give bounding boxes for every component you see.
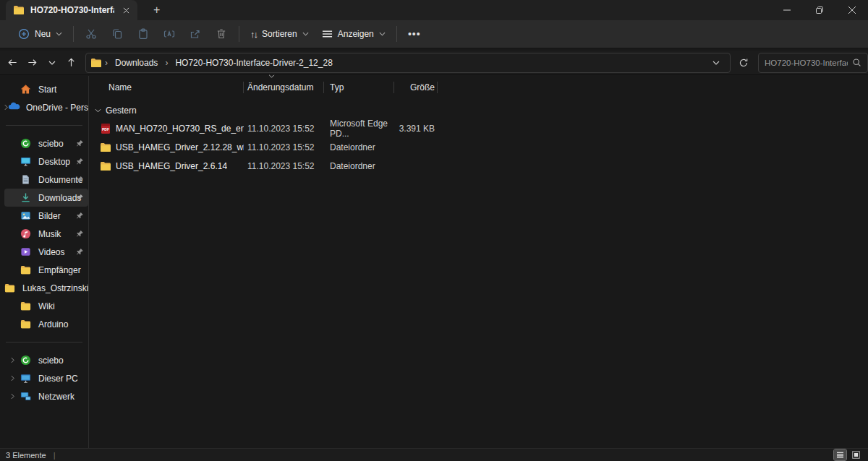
sciebo-icon: [20, 355, 32, 366]
sidebar-item-start[interactable]: Start: [4, 80, 88, 98]
toolbar-separator: [396, 26, 397, 42]
music-icon: [20, 228, 32, 240]
up-button[interactable]: [61, 53, 81, 72]
sortieren-label: Sortieren: [262, 29, 297, 39]
sidebar-item-dieser-pc[interactable]: Dieser PC: [4, 369, 88, 387]
tab-close-icon[interactable]: [120, 4, 132, 16]
sidebar-item-arduino[interactable]: Arduino: [4, 315, 88, 333]
status-separator: |: [54, 451, 56, 460]
trash-icon: [216, 28, 227, 40]
thumbnails-view-button[interactable]: [850, 449, 862, 460]
anzeigen-button[interactable]: Anzeigen: [315, 22, 392, 46]
file-type: Microsoft Edge PD...: [324, 119, 394, 139]
recent-locations-button[interactable]: [42, 53, 61, 72]
paste-button[interactable]: [130, 22, 156, 46]
view-lines-icon: [322, 30, 333, 38]
file-date: 11.10.2023 15:52: [244, 124, 324, 134]
sidebar-item-musik[interactable]: Musik: [4, 225, 88, 243]
chevron-right-icon: [4, 375, 20, 382]
folder-icon: [100, 160, 111, 172]
folder-icon: [100, 142, 111, 153]
file-date: 11.10.2023 15:52: [244, 161, 324, 171]
explorer-tab[interactable]: HO720-HO730-Interface-Driv: [6, 0, 137, 20]
sidebar-item-downloads[interactable]: Downloads: [4, 189, 88, 207]
column-header-size[interactable]: Größe: [394, 79, 438, 96]
delete-button[interactable]: [208, 22, 234, 46]
file-row[interactable]: USB_HAMEG_Driver_2.6.14 11.10.2023 15:52…: [89, 157, 868, 175]
close-button[interactable]: [835, 0, 868, 20]
desktop-icon: [20, 156, 32, 168]
minimize-button[interactable]: [770, 0, 803, 20]
search-input[interactable]: HO720-HO730-Interface-Dri...: [765, 59, 848, 67]
anzeigen-label: Anzeigen: [338, 29, 374, 39]
scissors-icon: [85, 28, 97, 40]
breadcrumb-separator: ›: [163, 58, 169, 68]
copy-button[interactable]: [104, 22, 130, 46]
column-header-date[interactable]: Änderungsdatum: [244, 79, 324, 96]
back-button[interactable]: [3, 53, 22, 72]
sidebar-label: OneDrive - Persona: [26, 103, 89, 113]
restore-button[interactable]: [803, 0, 835, 20]
sidebar-item-bilder[interactable]: Bilder: [4, 207, 88, 225]
chevron-right-icon: [4, 393, 20, 400]
sidebar-item-dokumente[interactable]: Dokumente: [4, 171, 88, 189]
sidebar-item-wiki[interactable]: Wiki: [4, 297, 88, 315]
network-icon: [20, 391, 32, 402]
column-header-type[interactable]: Typ: [324, 79, 394, 96]
group-header-gestern[interactable]: Gestern: [89, 102, 868, 119]
sidebar-label: Dieser PC: [38, 374, 78, 384]
rename-button[interactable]: [156, 22, 182, 46]
sidebar: Start OneDrive - Persona sciebo: [0, 76, 89, 448]
cut-button[interactable]: [78, 22, 104, 46]
file-name: MAN_HO720_HO730_RS_de_en_v003_201...: [116, 124, 244, 134]
file-row[interactable]: USB_HAMEG_Driver_2.12.28_win10 11.10.202…: [89, 138, 868, 156]
breadcrumb-current-folder[interactable]: HO720-HO730-Interface-Driver-2_12_28: [171, 56, 336, 70]
chevron-down-icon: [302, 32, 309, 36]
sidebar-label: Start: [38, 85, 56, 95]
new-tab-button[interactable]: +: [149, 0, 164, 20]
sidebar-item-sciebo[interactable]: sciebo: [4, 351, 88, 369]
folder-icon: [13, 4, 25, 16]
share-button[interactable]: [182, 22, 208, 46]
more-options-button[interactable]: •••: [401, 22, 427, 46]
copy-icon: [111, 28, 123, 40]
column-headers: Name Änderungsdatum Typ Größe: [89, 79, 868, 96]
file-size: 3.391 KB: [394, 124, 438, 134]
sidebar-item-lukas-ostrzinski[interactable]: Lukas_Ostrzinski: [4, 279, 88, 297]
breadcrumb-separator: ›: [103, 58, 109, 68]
search-icon: [852, 58, 861, 67]
neu-label: Neu: [35, 29, 51, 39]
address-dropdown-chevron[interactable]: [706, 53, 726, 72]
pin-icon: [76, 139, 84, 147]
sidebar-item-desktop[interactable]: Desktop: [4, 152, 88, 171]
sidebar-label: Wiki: [38, 301, 55, 311]
sidebar-item-sciebo-pinned[interactable]: sciebo: [4, 134, 88, 152]
folder-icon: [4, 283, 16, 294]
sidebar-label: Musik: [38, 229, 61, 239]
file-name: USB_HAMEG_Driver_2.12.28_win10: [116, 142, 244, 152]
sidebar-item-empfaenger[interactable]: Empfänger: [4, 261, 88, 279]
neu-button[interactable]: Neu: [12, 22, 69, 46]
document-icon: [20, 174, 32, 186]
chevron-down-icon: [56, 32, 62, 36]
window-controls: [770, 0, 868, 20]
pin-icon: [76, 194, 84, 202]
group-label: Gestern: [106, 105, 137, 116]
refresh-button[interactable]: [733, 53, 754, 72]
sortieren-button[interactable]: ↑↓ Sortieren: [244, 22, 315, 46]
file-name: USB_HAMEG_Driver_2.6.14: [116, 161, 227, 171]
pin-icon: [76, 212, 84, 220]
address-bar[interactable]: › Downloads › HO720-HO730-Interface-Driv…: [85, 53, 731, 73]
file-type: Dateiordner: [324, 161, 394, 171]
column-header-name[interactable]: Name: [89, 79, 244, 96]
sort-arrows-icon: ↑↓: [250, 29, 257, 40]
file-row[interactable]: PDF MAN_HO720_HO730_RS_de_en_v003_201...…: [89, 119, 868, 137]
details-view-button[interactable]: [834, 449, 846, 460]
column-separator[interactable]: [437, 82, 438, 93]
search-box[interactable]: HO720-HO730-Interface-Dri...: [758, 53, 868, 73]
sidebar-item-onedrive[interactable]: OneDrive - Persona: [4, 98, 88, 116]
breadcrumb-downloads[interactable]: Downloads: [111, 56, 162, 70]
forward-button[interactable]: [22, 53, 42, 72]
sidebar-item-netzwerk[interactable]: Netzwerk: [4, 387, 88, 405]
sidebar-item-videos[interactable]: Videos: [4, 243, 88, 261]
